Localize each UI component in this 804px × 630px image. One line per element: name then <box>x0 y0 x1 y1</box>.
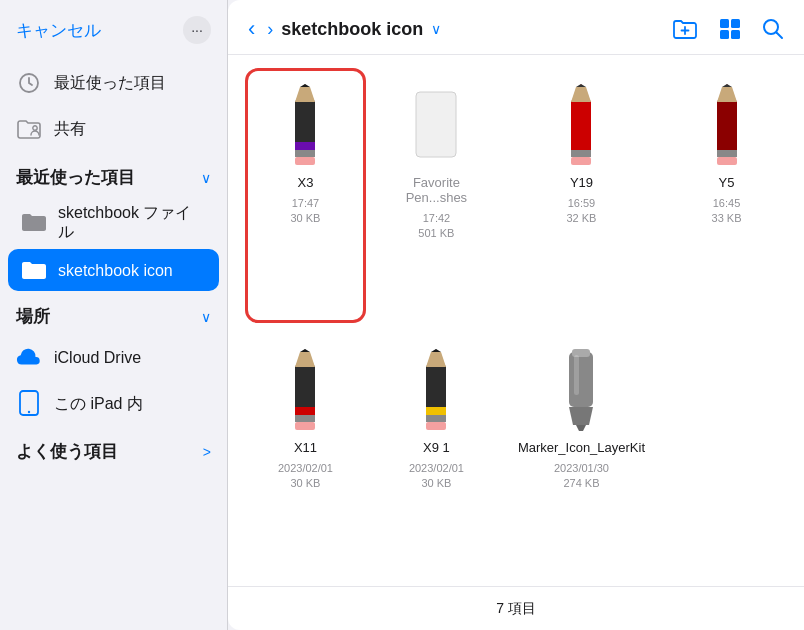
svg-rect-32 <box>295 407 315 415</box>
svg-rect-34 <box>295 422 315 430</box>
sidebar-item-recent[interactable]: 最近使った項目 <box>0 60 227 106</box>
file-item-x3[interactable]: X3 17:47 30 KB <box>248 71 363 320</box>
recents-section-header[interactable]: 最近使った項目 ∨ <box>0 152 227 195</box>
file-icon-favorite <box>391 79 481 169</box>
new-folder-button[interactable] <box>672 18 698 40</box>
chevron-left-icon: ‹ <box>248 16 255 42</box>
svg-marker-30 <box>722 84 732 87</box>
places-section-title: 場所 <box>16 305 50 328</box>
file-meta-y5: 16:45 33 KB <box>712 196 742 227</box>
ipad-label: この iPad 内 <box>54 394 143 413</box>
svg-line-11 <box>777 33 783 39</box>
places-section-header[interactable]: 場所 ∨ <box>0 291 227 334</box>
svg-rect-33 <box>295 415 315 422</box>
back-button[interactable]: ‹ <box>244 16 259 42</box>
svg-rect-18 <box>416 92 456 157</box>
file-name-y5: Y5 <box>719 175 735 190</box>
sidebar-item-ipad[interactable]: この iPad 内 <box>0 380 227 426</box>
svg-marker-17 <box>300 84 310 87</box>
file-item-favorite[interactable]: Favorite Pen...shes 17:42 501 KB <box>379 71 494 320</box>
svg-rect-28 <box>717 157 737 165</box>
breadcrumb-dropdown-icon[interactable]: ∨ <box>431 21 441 37</box>
svg-rect-27 <box>717 150 737 157</box>
files-grid: X3 17:47 30 KB Favorite Pen...shes 17:42… <box>228 55 804 586</box>
places-chevron-icon: ∨ <box>201 309 211 325</box>
cancel-button[interactable]: キャンセル <box>16 19 101 42</box>
sketchbook-icon-label: sketchbook icon <box>58 261 173 280</box>
file-meta-x3: 17:47 30 KB <box>290 196 320 227</box>
file-icon-x3 <box>260 79 350 169</box>
svg-rect-21 <box>571 150 591 157</box>
file-item-y5[interactable]: Y5 16:45 33 KB <box>669 71 784 320</box>
svg-rect-22 <box>571 157 591 165</box>
svg-rect-9 <box>731 30 740 39</box>
file-meta-y19: 16:59 32 KB <box>566 196 596 227</box>
clock-icon <box>16 70 42 96</box>
icloud-label: iCloud Drive <box>54 348 141 367</box>
file-item-marker[interactable]: Marker_Icon_LayerKit 2023/01/30 274 KB <box>510 336 653 570</box>
file-icon-y5 <box>682 79 772 169</box>
file-meta-favorite: 17:42 501 KB <box>418 211 454 242</box>
svg-marker-45 <box>569 407 593 425</box>
breadcrumb: sketchbook icon ∨ <box>281 19 664 40</box>
sidebar: キャンセル ··· 最近使った項目 共有 最近使った項目 ∨ <box>0 0 228 630</box>
favorites-section-header[interactable]: よく使う項目 > <box>0 426 227 477</box>
items-count: 7 項目 <box>496 600 536 616</box>
svg-marker-16 <box>295 87 315 102</box>
sidebar-item-icloud[interactable]: iCloud Drive <box>0 334 227 380</box>
folder-icon-active <box>20 257 46 283</box>
sidebar-item-sketchbook-files[interactable]: sketchbook ファイル <box>8 195 219 249</box>
file-name-x11: X11 <box>294 440 317 455</box>
recents-section-title: 最近使った項目 <box>16 166 135 189</box>
svg-rect-43 <box>569 352 593 407</box>
file-item-x9[interactable]: X9 1 2023/02/01 30 KB <box>379 336 494 570</box>
svg-rect-26 <box>717 142 737 150</box>
svg-rect-20 <box>571 142 591 150</box>
more-dots-icon: ··· <box>191 22 203 38</box>
svg-rect-39 <box>426 415 446 422</box>
icloud-icon <box>16 344 42 370</box>
sketchbook-files-label: sketchbook ファイル <box>58 203 207 241</box>
svg-marker-24 <box>576 84 586 87</box>
svg-rect-47 <box>574 355 579 395</box>
svg-marker-29 <box>717 87 737 102</box>
file-icon-y19 <box>536 79 626 169</box>
search-button[interactable] <box>762 18 784 40</box>
svg-rect-6 <box>720 19 729 28</box>
file-meta-x9: 2023/02/01 30 KB <box>409 461 464 492</box>
breadcrumb-text: sketchbook icon <box>281 19 423 40</box>
more-button[interactable]: ··· <box>183 16 211 44</box>
footer: 7 項目 <box>228 586 804 630</box>
favorites-title: よく使う項目 <box>16 440 118 463</box>
svg-rect-14 <box>295 150 315 157</box>
file-name-x3: X3 <box>298 175 314 190</box>
svg-marker-36 <box>300 349 310 352</box>
file-name-y19: Y19 <box>570 175 593 190</box>
main-content: ‹ › sketchbook icon ∨ <box>228 0 804 630</box>
file-meta-marker: 2023/01/30 274 KB <box>554 461 609 492</box>
separator-icon: › <box>267 19 273 40</box>
favorites-chevron-icon: > <box>203 444 211 460</box>
file-icon-marker <box>536 344 626 434</box>
recents-chevron-icon: ∨ <box>201 170 211 186</box>
file-icon-x11 <box>260 344 350 434</box>
svg-rect-40 <box>426 422 446 430</box>
svg-rect-13 <box>295 142 315 150</box>
file-item-x11[interactable]: X11 2023/02/01 30 KB <box>248 336 363 570</box>
grid-view-button[interactable] <box>718 17 742 41</box>
svg-rect-15 <box>295 157 315 165</box>
svg-point-1 <box>33 126 37 130</box>
sidebar-item-sketchbook-icon[interactable]: sketchbook icon <box>8 249 219 291</box>
shared-label: 共有 <box>54 119 86 138</box>
file-item-y19[interactable]: Y19 16:59 32 KB <box>510 71 653 320</box>
file-name-favorite: Favorite Pen...shes <box>387 175 486 205</box>
svg-marker-41 <box>426 352 446 367</box>
svg-marker-42 <box>431 349 441 352</box>
shared-folder-icon <box>16 116 42 142</box>
sidebar-item-shared[interactable]: 共有 <box>0 106 227 152</box>
svg-marker-23 <box>571 87 591 102</box>
svg-marker-35 <box>295 352 315 367</box>
svg-rect-38 <box>426 407 446 415</box>
folder-icon <box>20 209 46 235</box>
file-name-marker: Marker_Icon_LayerKit <box>518 440 645 455</box>
